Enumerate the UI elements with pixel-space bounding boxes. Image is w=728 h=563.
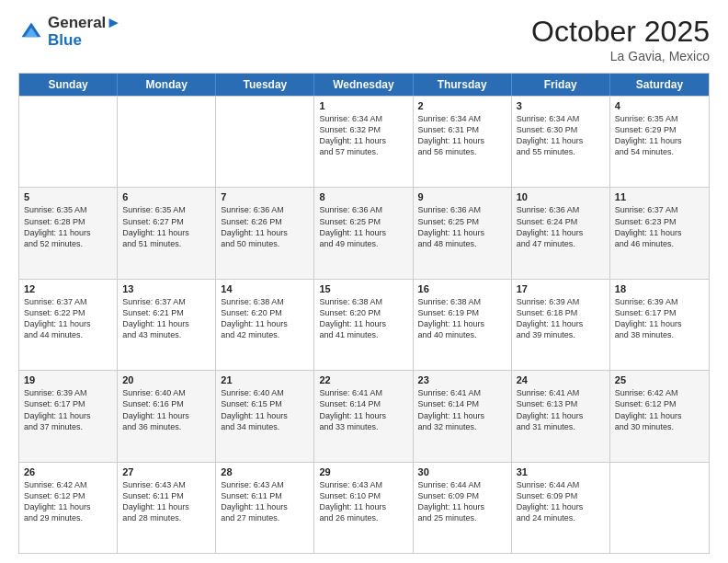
header-day-friday: Friday xyxy=(512,74,610,96)
calendar-cell-17: 17Sunrise: 6:39 AM Sunset: 6:18 PM Dayli… xyxy=(512,280,610,370)
day-info: Sunrise: 6:44 AM Sunset: 6:09 PM Dayligh… xyxy=(418,479,506,524)
day-info: Sunrise: 6:43 AM Sunset: 6:11 PM Dayligh… xyxy=(221,479,309,524)
calendar-cell-2: 2Sunrise: 6:34 AM Sunset: 6:31 PM Daylig… xyxy=(414,97,512,187)
calendar-cell-1: 1Sunrise: 6:34 AM Sunset: 6:32 PM Daylig… xyxy=(314,97,413,187)
generalblue-logo-icon xyxy=(18,19,44,45)
calendar-cell-15: 15Sunrise: 6:38 AM Sunset: 6:20 PM Dayli… xyxy=(314,280,413,370)
calendar-cell-29: 29Sunrise: 6:43 AM Sunset: 6:10 PM Dayli… xyxy=(314,463,413,553)
day-number: 30 xyxy=(418,466,506,477)
day-info: Sunrise: 6:34 AM Sunset: 6:32 PM Dayligh… xyxy=(319,113,407,158)
calendar-body: 1Sunrise: 6:34 AM Sunset: 6:32 PM Daylig… xyxy=(19,96,709,553)
day-number: 11 xyxy=(615,191,704,202)
location-subtitle: La Gavia, Mexico xyxy=(531,49,710,63)
calendar-cell-7: 7Sunrise: 6:36 AM Sunset: 6:26 PM Daylig… xyxy=(216,188,314,278)
day-info: Sunrise: 6:43 AM Sunset: 6:11 PM Dayligh… xyxy=(122,479,210,524)
calendar-cell-4: 4Sunrise: 6:35 AM Sunset: 6:29 PM Daylig… xyxy=(610,97,709,187)
calendar-cell-12: 12Sunrise: 6:37 AM Sunset: 6:22 PM Dayli… xyxy=(19,280,118,370)
day-info: Sunrise: 6:34 AM Sunset: 6:30 PM Dayligh… xyxy=(517,113,605,158)
header-day-sunday: Sunday xyxy=(19,74,118,96)
calendar-cell-22: 22Sunrise: 6:41 AM Sunset: 6:14 PM Dayli… xyxy=(314,371,413,461)
month-title: October 2025 xyxy=(531,15,710,49)
day-info: Sunrise: 6:41 AM Sunset: 6:13 PM Dayligh… xyxy=(517,387,605,432)
day-info: Sunrise: 6:36 AM Sunset: 6:25 PM Dayligh… xyxy=(418,204,506,249)
day-info: Sunrise: 6:39 AM Sunset: 6:18 PM Dayligh… xyxy=(517,296,605,341)
day-number: 16 xyxy=(418,283,506,294)
calendar-cell-8: 8Sunrise: 6:36 AM Sunset: 6:25 PM Daylig… xyxy=(314,188,413,278)
calendar-header: SundayMondayTuesdayWednesdayThursdayFrid… xyxy=(19,74,709,96)
day-info: Sunrise: 6:35 AM Sunset: 6:27 PM Dayligh… xyxy=(122,204,210,249)
day-number: 18 xyxy=(615,283,704,294)
header-day-tuesday: Tuesday xyxy=(216,74,314,96)
calendar-cell-31: 31Sunrise: 6:44 AM Sunset: 6:09 PM Dayli… xyxy=(512,463,610,553)
calendar-cell-empty xyxy=(216,97,314,187)
calendar-cell-27: 27Sunrise: 6:43 AM Sunset: 6:11 PM Dayli… xyxy=(118,463,216,553)
day-number: 20 xyxy=(122,374,210,385)
day-info: Sunrise: 6:36 AM Sunset: 6:25 PM Dayligh… xyxy=(319,204,407,249)
day-number: 27 xyxy=(122,466,210,477)
calendar-cell-26: 26Sunrise: 6:42 AM Sunset: 6:12 PM Dayli… xyxy=(19,463,118,553)
day-number: 12 xyxy=(24,283,112,294)
day-info: Sunrise: 6:44 AM Sunset: 6:09 PM Dayligh… xyxy=(517,479,605,524)
header-day-monday: Monday xyxy=(118,74,216,96)
day-number: 28 xyxy=(221,466,309,477)
calendar-cell-9: 9Sunrise: 6:36 AM Sunset: 6:25 PM Daylig… xyxy=(414,188,512,278)
calendar-row-0: 1Sunrise: 6:34 AM Sunset: 6:32 PM Daylig… xyxy=(19,96,709,187)
day-info: Sunrise: 6:38 AM Sunset: 6:19 PM Dayligh… xyxy=(418,296,506,341)
day-number: 13 xyxy=(122,283,210,294)
calendar-cell-10: 10Sunrise: 6:36 AM Sunset: 6:24 PM Dayli… xyxy=(512,188,610,278)
day-number: 8 xyxy=(319,191,407,202)
day-info: Sunrise: 6:35 AM Sunset: 6:29 PM Dayligh… xyxy=(615,113,704,158)
page: General► Blue October 2025 La Gavia, Mex… xyxy=(0,0,728,563)
calendar-cell-6: 6Sunrise: 6:35 AM Sunset: 6:27 PM Daylig… xyxy=(118,188,216,278)
calendar-cell-16: 16Sunrise: 6:38 AM Sunset: 6:19 PM Dayli… xyxy=(414,280,512,370)
day-number: 3 xyxy=(517,100,605,111)
day-info: Sunrise: 6:42 AM Sunset: 6:12 PM Dayligh… xyxy=(615,387,704,432)
day-info: Sunrise: 6:37 AM Sunset: 6:21 PM Dayligh… xyxy=(122,296,210,341)
day-number: 24 xyxy=(517,374,605,385)
calendar: SundayMondayTuesdayWednesdayThursdayFrid… xyxy=(18,73,710,554)
day-info: Sunrise: 6:41 AM Sunset: 6:14 PM Dayligh… xyxy=(319,387,407,432)
day-info: Sunrise: 6:39 AM Sunset: 6:17 PM Dayligh… xyxy=(615,296,704,341)
day-number: 19 xyxy=(24,374,112,385)
calendar-cell-25: 25Sunrise: 6:42 AM Sunset: 6:12 PM Dayli… xyxy=(610,371,709,461)
calendar-row-3: 19Sunrise: 6:39 AM Sunset: 6:17 PM Dayli… xyxy=(19,370,709,461)
calendar-cell-20: 20Sunrise: 6:40 AM Sunset: 6:16 PM Dayli… xyxy=(118,371,216,461)
day-number: 22 xyxy=(319,374,407,385)
calendar-cell-14: 14Sunrise: 6:38 AM Sunset: 6:20 PM Dayli… xyxy=(216,280,314,370)
calendar-cell-13: 13Sunrise: 6:37 AM Sunset: 6:21 PM Dayli… xyxy=(118,280,216,370)
day-info: Sunrise: 6:41 AM Sunset: 6:14 PM Dayligh… xyxy=(418,387,506,432)
header: General► Blue October 2025 La Gavia, Mex… xyxy=(18,15,710,63)
title-block: October 2025 La Gavia, Mexico xyxy=(531,15,710,63)
calendar-cell-23: 23Sunrise: 6:41 AM Sunset: 6:14 PM Dayli… xyxy=(414,371,512,461)
day-number: 6 xyxy=(122,191,210,202)
day-info: Sunrise: 6:37 AM Sunset: 6:22 PM Dayligh… xyxy=(24,296,112,341)
calendar-cell-24: 24Sunrise: 6:41 AM Sunset: 6:13 PM Dayli… xyxy=(512,371,610,461)
header-day-wednesday: Wednesday xyxy=(314,74,413,96)
calendar-cell-empty xyxy=(118,97,216,187)
day-number: 5 xyxy=(24,191,112,202)
day-info: Sunrise: 6:37 AM Sunset: 6:23 PM Dayligh… xyxy=(615,204,704,249)
day-info: Sunrise: 6:36 AM Sunset: 6:24 PM Dayligh… xyxy=(517,204,605,249)
calendar-cell-21: 21Sunrise: 6:40 AM Sunset: 6:15 PM Dayli… xyxy=(216,371,314,461)
day-info: Sunrise: 6:40 AM Sunset: 6:16 PM Dayligh… xyxy=(122,387,210,432)
day-number: 21 xyxy=(221,374,309,385)
day-number: 4 xyxy=(615,100,704,111)
day-info: Sunrise: 6:40 AM Sunset: 6:15 PM Dayligh… xyxy=(221,387,309,432)
day-number: 2 xyxy=(418,100,506,111)
day-info: Sunrise: 6:42 AM Sunset: 6:12 PM Dayligh… xyxy=(24,479,112,524)
day-number: 26 xyxy=(24,466,112,477)
header-day-thursday: Thursday xyxy=(414,74,512,96)
calendar-cell-empty xyxy=(610,463,709,553)
day-info: Sunrise: 6:34 AM Sunset: 6:31 PM Dayligh… xyxy=(418,113,506,158)
logo: General► Blue xyxy=(18,15,121,49)
calendar-cell-19: 19Sunrise: 6:39 AM Sunset: 6:17 PM Dayli… xyxy=(19,371,118,461)
day-info: Sunrise: 6:35 AM Sunset: 6:28 PM Dayligh… xyxy=(24,204,112,249)
day-number: 25 xyxy=(615,374,704,385)
day-info: Sunrise: 6:36 AM Sunset: 6:26 PM Dayligh… xyxy=(221,204,309,249)
calendar-cell-11: 11Sunrise: 6:37 AM Sunset: 6:23 PM Dayli… xyxy=(610,188,709,278)
calendar-cell-30: 30Sunrise: 6:44 AM Sunset: 6:09 PM Dayli… xyxy=(414,463,512,553)
calendar-cell-empty xyxy=(19,97,118,187)
calendar-cell-5: 5Sunrise: 6:35 AM Sunset: 6:28 PM Daylig… xyxy=(19,188,118,278)
day-number: 15 xyxy=(319,283,407,294)
day-info: Sunrise: 6:43 AM Sunset: 6:10 PM Dayligh… xyxy=(319,479,407,524)
